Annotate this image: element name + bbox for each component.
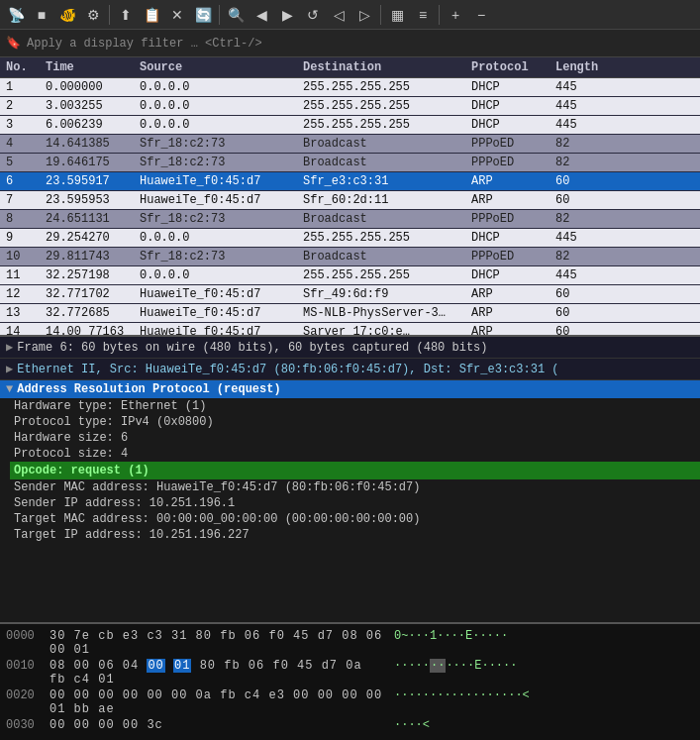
table-row[interactable]: 824.651131Sfr_18:c2:73BroadcastPPPoED82 xyxy=(0,210,700,229)
fish-icon[interactable]: 🐠 xyxy=(55,3,79,27)
hex-rows: 000030 7e cb e3 c3 31 80 fb 06 f0 45 d7 … xyxy=(6,628,694,733)
toolbar: 📡 ■ 🐠 ⚙ ⬆ 📋 ✕ 🔄 🔍 ◀ ▶ ↺ ◁ ▷ ▦ ≡ + − xyxy=(0,0,700,30)
hex-row: 003000 00 00 00 3c····< xyxy=(6,717,694,733)
separator xyxy=(109,5,110,25)
up-arrow-icon[interactable]: ⬆ xyxy=(114,3,138,27)
table-row[interactable]: 623.595917HuaweiTe_f0:45:d7Sfr_e3:c3:31A… xyxy=(0,172,700,191)
list-icon[interactable]: ≡ xyxy=(411,3,435,27)
table-row[interactable]: 519.646175Sfr_18:c2:73BroadcastPPPoED82 xyxy=(0,154,700,172)
filter-placeholder: Apply a display filter … <Ctrl-/> xyxy=(27,37,262,51)
detail-field: Target IP address: 10.251.196.227 xyxy=(14,527,700,543)
ethernet-text: Ethernet II, Src: HuaweiTe_f0:45:d7 (80:… xyxy=(17,363,558,376)
detail-field: Hardware type: Ethernet (1) xyxy=(14,398,700,414)
col-length: Length xyxy=(553,60,613,74)
detail-field: Target MAC address: 00:00:00_00:00:00 (0… xyxy=(14,511,700,527)
table-row[interactable]: 1132.2571980.0.0.0255.255.255.255DHCP445 xyxy=(0,266,700,285)
separator3 xyxy=(380,5,381,25)
antenna-icon[interactable]: 📡 xyxy=(4,3,28,27)
capture-icon[interactable]: ▦ xyxy=(385,3,409,27)
table-row[interactable]: 1232.771702HuaweiTe_f0:45:d7Sfr_49:6d:f9… xyxy=(0,285,700,304)
ethernet-line[interactable]: ▶ Ethernet II, Src: HuaweiTe_f0:45:d7 (8… xyxy=(0,359,700,380)
col-time: Time xyxy=(44,60,138,74)
plus-icon[interactable]: + xyxy=(444,3,467,27)
col-no: No. xyxy=(4,60,44,74)
hex-row: 000030 7e cb e3 c3 31 80 fb 06 f0 45 d7 … xyxy=(6,628,694,658)
separator4 xyxy=(439,5,440,25)
right2-icon[interactable]: ▷ xyxy=(352,3,376,27)
hex-pane: 000030 7e cb e3 c3 31 80 fb 06 f0 45 d7 … xyxy=(0,622,700,740)
detail-field: Opcode: request (1) xyxy=(10,462,700,479)
loop-icon[interactable]: ↺ xyxy=(301,3,325,27)
reload-icon[interactable]: 🔄 xyxy=(191,3,215,27)
hex-row: 002000 00 00 00 00 00 0a fb c4 e3 00 00 … xyxy=(6,687,694,717)
detail-field: Hardware size: 6 xyxy=(14,430,700,446)
detail-field: Protocol size: 4 xyxy=(14,446,700,462)
packet-list[interactable]: No. Time Source Destination Protocol Len… xyxy=(0,57,700,335)
search-icon[interactable]: 🔍 xyxy=(224,3,248,27)
packet-list-header: No. Time Source Destination Protocol Len… xyxy=(0,57,700,78)
minus-icon[interactable]: − xyxy=(469,3,493,27)
filter-bar: 🔖 Apply a display filter … <Ctrl-/> xyxy=(0,30,700,57)
detail-field: Sender IP address: 10.251.196.1 xyxy=(14,495,700,511)
table-row[interactable]: 36.0062390.0.0.0255.255.255.255DHCP445 xyxy=(0,116,700,135)
detail-field: Protocol type: IPv4 (0x0800) xyxy=(14,414,700,430)
stop-icon[interactable]: ■ xyxy=(30,3,53,27)
table-row[interactable]: 414.641385Sfr_18:c2:73BroadcastPPPoED82 xyxy=(0,135,700,154)
arp-expand-icon: ▼ xyxy=(6,382,13,396)
frame-expand-icon: ▶ xyxy=(6,340,13,355)
arp-section-header[interactable]: ▼ Address Resolution Protocol (request) xyxy=(0,380,700,398)
x-icon[interactable]: ✕ xyxy=(165,3,189,27)
table-row[interactable]: 929.2542700.0.0.0255.255.255.255DHCP445 xyxy=(0,229,700,248)
frame-text: Frame 6: 60 bytes on wire (480 bits), 60… xyxy=(17,341,487,355)
table-row[interactable]: 723.595953HuaweiTe_f0:45:d7Sfr_60:2d:11A… xyxy=(0,191,700,210)
frame-line[interactable]: ▶ Frame 6: 60 bytes on wire (480 bits), … xyxy=(0,337,700,359)
left2-icon[interactable]: ◁ xyxy=(327,3,350,27)
left-icon[interactable]: ◀ xyxy=(250,3,273,27)
table-row[interactable]: 10.0000000.0.0.0255.255.255.255DHCP445 xyxy=(0,78,700,97)
bookmark-icon: 🔖 xyxy=(6,36,21,51)
ethernet-expand-icon: ▶ xyxy=(6,362,13,376)
separator2 xyxy=(219,5,220,25)
detail-field: Sender MAC address: HuaweiTe_f0:45:d7 (8… xyxy=(14,479,700,495)
detail-fields: Hardware type: Ethernet (1)Protocol type… xyxy=(0,398,700,543)
table-row[interactable]: 1029.811743Sfr_18:c2:73BroadcastPPPoED82 xyxy=(0,248,700,266)
settings-icon[interactable]: ⚙ xyxy=(81,3,105,27)
table-row[interactable]: 1332.772685HuaweiTe_f0:45:d7MS-NLB-PhysS… xyxy=(0,304,700,323)
detail-pane[interactable]: ▶ Frame 6: 60 bytes on wire (480 bits), … xyxy=(0,335,700,622)
col-source: Source xyxy=(138,60,301,74)
copy-icon[interactable]: 📋 xyxy=(140,3,163,27)
table-row[interactable]: 23.0032550.0.0.0255.255.255.255DHCP445 xyxy=(0,97,700,116)
packet-rows: 10.0000000.0.0.0255.255.255.255DHCP44523… xyxy=(0,78,700,335)
col-destination: Destination xyxy=(301,60,469,74)
hex-row: 001008 00 06 04 00 01 80 fb 06 f0 45 d7 … xyxy=(6,658,694,687)
table-row[interactable]: 1414.00 77163HuaweiTe_f0:45:d7Sarver_17:… xyxy=(0,323,700,335)
arp-header-text: Address Resolution Protocol (request) xyxy=(17,382,280,396)
col-protocol: Protocol xyxy=(469,60,553,74)
right-icon[interactable]: ▶ xyxy=(275,3,299,27)
